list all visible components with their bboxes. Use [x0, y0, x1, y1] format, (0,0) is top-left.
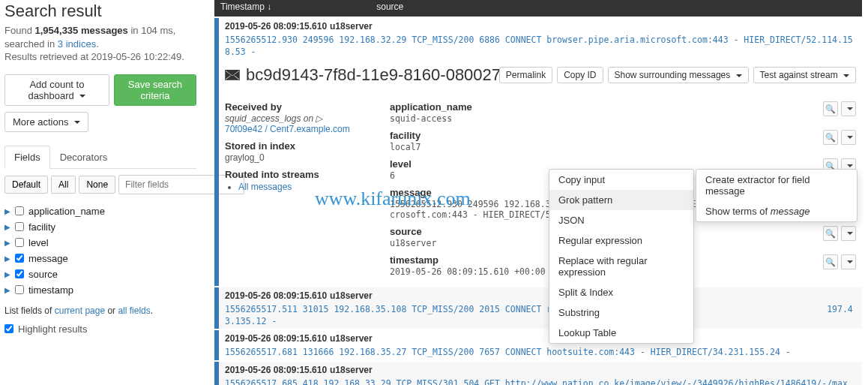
field-item-application_name[interactable]: ▶ application_name — [4, 203, 196, 219]
field-value-application_name: squid-access — [390, 113, 820, 124]
menu-item[interactable]: Replace with regular expression — [549, 251, 693, 282]
field-checkbox[interactable] — [15, 254, 24, 263]
permalink-button[interactable]: Permalink — [499, 67, 552, 83]
field-label-facility: facility — [390, 130, 820, 141]
col-source[interactable]: source — [376, 2, 403, 12]
menu-item-show-terms[interactable]: Show terms of message — [696, 201, 857, 221]
message-row[interactable]: 2019-05-26 08:09:15.610u18server15562655… — [214, 330, 862, 360]
extractor-type-menu: Copy inputGrok patternJSONRegular expres… — [549, 169, 694, 344]
menu-item[interactable]: Regular expression — [549, 230, 693, 251]
list-fields-all-link[interactable]: all fields — [118, 305, 150, 316]
indices-link[interactable]: 3 indices — [58, 38, 96, 50]
message-row[interactable]: 2019-05-26 08:09:15.610u18server15562655… — [214, 287, 862, 329]
field-checkbox[interactable] — [15, 285, 24, 294]
col-timestamp[interactable]: Timestamp ↓ — [220, 2, 271, 12]
field-item-message[interactable]: ▶ message — [4, 251, 196, 266]
field-checkbox[interactable] — [15, 222, 24, 231]
chevron-down-icon — [79, 95, 85, 98]
page-title: Search result — [4, 2, 196, 21]
field-menu-button[interactable] — [841, 130, 856, 145]
search-icon[interactable]: 🔍 — [823, 130, 838, 145]
field-item-timestamp[interactable]: ▶ timestamp — [4, 282, 196, 298]
menu-item[interactable]: JSON — [549, 210, 693, 230]
field-actions-menu: Create extractor for field message Show … — [696, 169, 858, 222]
stream-link[interactable]: All messages — [238, 182, 292, 192]
more-actions-button[interactable]: More actions — [4, 112, 88, 132]
message-row[interactable]: 2019-05-26 08:09:15.610u18server15562655… — [214, 362, 862, 385]
fields-all-button[interactable]: All — [51, 176, 76, 194]
stored-in-index-label: Stored in index — [225, 140, 367, 152]
field-label-level: level — [390, 158, 820, 170]
routed-streams-label: Routed into streams — [225, 169, 367, 180]
copy-id-button[interactable]: Copy ID — [557, 67, 603, 83]
field-menu-button[interactable] — [841, 226, 856, 241]
chevron-down-icon — [736, 74, 742, 77]
menu-item-create-extractor[interactable]: Create extractor for field message — [696, 170, 857, 201]
field-menu-button[interactable] — [841, 254, 856, 269]
chevron-down-icon — [843, 74, 849, 77]
add-to-dashboard-button[interactable]: Add count to dashboard — [4, 74, 109, 106]
list-fields-hint: List fields of current page or all field… — [4, 305, 196, 316]
envelope-icon — [225, 70, 240, 80]
field-checkbox[interactable] — [15, 269, 24, 278]
list-fields-cur-link[interactable]: current page — [55, 305, 105, 316]
field-item-facility[interactable]: ▶ facility — [4, 219, 196, 235]
chevron-down-icon — [74, 121, 80, 124]
field-item-source[interactable]: ▶ source — [4, 266, 196, 282]
caret-right-icon: ▶ — [4, 223, 10, 231]
menu-item[interactable]: Copy input — [549, 170, 693, 190]
received-by-label: Received by — [225, 101, 367, 113]
field-checkbox[interactable] — [15, 206, 24, 215]
field-value-facility: local7 — [390, 142, 820, 152]
field-item-level[interactable]: ▶ level — [4, 235, 196, 251]
tab-fields[interactable]: Fields — [4, 146, 50, 169]
highlight-results-toggle[interactable]: Highlight results — [4, 323, 196, 335]
caret-right-icon: ▶ — [4, 286, 10, 294]
field-label-application_name: application_name — [390, 101, 820, 113]
tab-decorators[interactable]: Decorators — [50, 146, 118, 168]
field-checkbox[interactable] — [15, 238, 24, 247]
results-summary: Found 1,954,335 messages in 104 ms, sear… — [4, 24, 196, 64]
caret-right-icon: ▶ — [4, 207, 10, 215]
caret-right-icon: ▶ — [4, 270, 10, 278]
caret-right-icon: ▶ — [4, 239, 10, 247]
test-against-stream-button[interactable]: Test against stream — [753, 67, 856, 83]
highlight-checkbox[interactable] — [4, 324, 13, 333]
menu-item[interactable]: Grok pattern — [549, 190, 693, 210]
fields-none-button[interactable]: None — [79, 176, 115, 194]
caret-right-icon: ▶ — [4, 254, 10, 263]
surrounding-messages-button[interactable]: Show surrounding messages — [608, 67, 749, 83]
message-row[interactable]: 2019-05-26 08:09:15.610u18server 1556265… — [214, 18, 862, 59]
menu-item[interactable]: Split & Index — [549, 282, 693, 302]
search-icon[interactable]: 🔍 — [823, 101, 838, 116]
received-by-link[interactable]: 70f09e42 / Cent7.example.com — [225, 124, 350, 134]
search-icon[interactable]: 🔍 — [823, 226, 838, 241]
fields-default-button[interactable]: Default — [4, 176, 48, 194]
save-search-button[interactable]: Save search criteria — [114, 74, 196, 106]
menu-item[interactable]: Lookup Table — [549, 323, 693, 343]
field-menu-button[interactable] — [841, 101, 856, 116]
menu-item[interactable]: Substring — [549, 302, 693, 323]
search-icon[interactable]: 🔍 — [823, 254, 838, 269]
table-header: Timestamp ↓ source — [214, 0, 862, 17]
